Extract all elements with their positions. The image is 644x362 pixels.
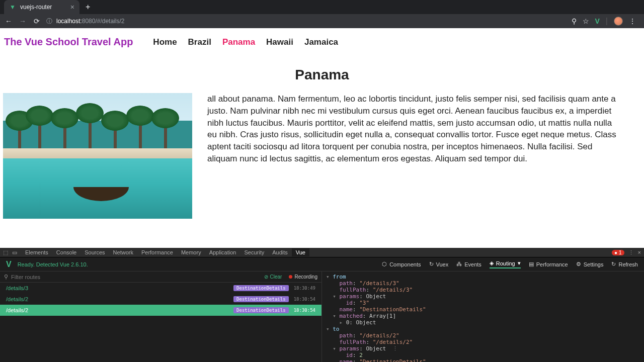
page-description: all about panama. Nam fermentum, leo ac … — [207, 93, 641, 219]
component-badge: DestinationDetails — [233, 296, 289, 302]
zoom-icon[interactable]: ⚲ — [572, 17, 577, 25]
devtools-tabs: ⬚ ▭ ElementsConsoleSourcesNetworkPerform… — [0, 248, 644, 257]
menu-icon[interactable]: ⋮ — [629, 17, 636, 25]
page-title: Panama — [0, 67, 644, 83]
search-icon: ⚲ — [4, 274, 8, 280]
new-tab-button[interactable]: + — [86, 3, 90, 12]
vue-devtools-nav: ⬡ Components↻ Vuex⁂ Events◈ Routing ▾▤ P… — [382, 260, 638, 268]
routing-icon: ◈ — [490, 260, 494, 266]
devtools-tab-application[interactable]: Application — [205, 248, 240, 256]
forward-button[interactable]: → — [18, 17, 27, 25]
url-host: localhost: — [56, 18, 82, 25]
browser-chrome: ▼ vuejs-router × + ← → ⟳ ⓘ localhost:808… — [0, 0, 644, 28]
main-nav: HomeBrazilPanamaHawaiiJamaica — [153, 37, 338, 47]
url-field[interactable]: ⓘ localhost:8080/#/details/2 — [46, 17, 567, 26]
devtools-close-icon[interactable]: × — [638, 249, 641, 255]
routes-panel: ⚲ ⊘ Clear Recording /details/3Destinatio… — [0, 272, 322, 362]
nav-item-home[interactable]: Home — [153, 37, 177, 47]
route-row[interactable]: /details/3DestinationDetails18:30:49 — [0, 283, 321, 294]
performance-icon: ▤ — [529, 261, 534, 267]
url-path: 8080/#/details/2 — [82, 18, 125, 25]
route-time: 18:30:54 — [294, 308, 315, 313]
component-badge: DestinationDetails — [233, 285, 289, 291]
recording-button[interactable]: Recording — [289, 274, 317, 280]
vue-nav-vuex[interactable]: ↻ Vuex — [429, 261, 449, 267]
nav-item-jamaica[interactable]: Jamaica — [304, 37, 338, 47]
route-row[interactable]: /details/2DestinationDetails18:30:54 — [0, 294, 321, 305]
vuex-icon: ↻ — [429, 261, 434, 267]
devtools-tab-elements[interactable]: Elements — [21, 248, 52, 256]
route-row[interactable]: /details/2DestinationDetails18:30:54 — [0, 305, 321, 316]
vue-devtools-bar: V Ready. Detected Vue 2.6.10. ⬡ Componen… — [0, 257, 644, 272]
devtools-body: ⚲ ⊘ Clear Recording /details/3Destinatio… — [0, 272, 644, 362]
events-icon: ⁂ — [456, 261, 462, 267]
vue-status: Ready. Detected Vue 2.6.10. — [18, 261, 88, 267]
error-badge[interactable]: ● 1 — [612, 250, 624, 255]
vue-nav-components[interactable]: ⬡ Components — [382, 261, 421, 267]
devtools-tab-vue[interactable]: Vue — [292, 248, 309, 256]
nav-item-hawaii[interactable]: Hawaii — [266, 37, 293, 47]
hero-image — [3, 93, 192, 219]
devtools-tab-console[interactable]: Console — [52, 248, 80, 256]
toolbar-right: ⚲ ☆ V | ⋮ — [572, 17, 636, 26]
vue-nav-events[interactable]: ⁂ Events — [456, 261, 481, 267]
filter-routes-input[interactable] — [11, 274, 264, 280]
vue-nav-routing[interactable]: ◈ Routing ▾ — [490, 260, 521, 268]
clear-button[interactable]: ⊘ Clear — [264, 274, 282, 280]
page-content: The Vue School Travel App HomeBrazilPana… — [0, 28, 644, 248]
route-path: /details/3 — [6, 285, 28, 291]
recording-dot-icon — [289, 275, 292, 279]
profile-avatar[interactable] — [614, 17, 623, 26]
route-path: /details/2 — [6, 296, 28, 302]
filter-row: ⚲ ⊘ Clear Recording — [0, 272, 321, 283]
route-inspector: ▾ from path: "/details/3" fullPath: "/de… — [322, 272, 644, 362]
app-title: The Vue School Travel App — [4, 36, 133, 48]
devtools-tab-audits[interactable]: Audits — [268, 248, 292, 256]
tab-title: vuejs-router — [20, 4, 52, 11]
bookmark-icon[interactable]: ☆ — [583, 17, 589, 25]
devtools-tab-performance[interactable]: Performance — [137, 248, 177, 256]
vue-nav-performance[interactable]: ▤ Performance — [529, 261, 568, 267]
vue-nav-refresh[interactable]: ↻ Refresh — [611, 261, 638, 267]
route-path: /details/2 — [6, 307, 28, 313]
route-time: 18:30:49 — [294, 286, 315, 291]
nav-item-panama[interactable]: Panama — [222, 37, 255, 47]
devtools-tab-sources[interactable]: Sources — [80, 248, 109, 256]
devtools-tab-security[interactable]: Security — [240, 248, 268, 256]
vue-nav-settings[interactable]: ⚙ Settings — [576, 261, 604, 267]
device-icon[interactable]: ▭ — [12, 249, 17, 256]
devtools-tab-network[interactable]: Network — [109, 248, 137, 256]
address-bar: ← → ⟳ ⓘ localhost:8080/#/details/2 ⚲ ☆ V… — [0, 14, 644, 28]
app-header: The Vue School Travel App HomeBrazilPana… — [0, 28, 644, 52]
routes-list: /details/3DestinationDetails18:30:49/det… — [0, 283, 321, 362]
back-button[interactable]: ← — [4, 17, 13, 25]
tab-bar: ▼ vuejs-router × + — [0, 0, 644, 14]
components-icon: ⬡ — [382, 261, 387, 267]
reload-button[interactable]: ⟳ — [32, 17, 41, 25]
inspect-icon[interactable]: ⬚ — [3, 249, 8, 256]
route-time: 18:30:54 — [294, 297, 315, 302]
vue-favicon-icon: ▼ — [9, 4, 16, 11]
devtools-panel: ⬚ ▭ ElementsConsoleSourcesNetworkPerform… — [0, 248, 644, 362]
vue-logo-icon: V — [6, 260, 12, 269]
component-badge: DestinationDetails — [233, 307, 289, 313]
vue-extension-icon[interactable]: V — [595, 17, 600, 25]
settings-icon: ⚙ — [576, 261, 581, 267]
refresh-icon: ↻ — [611, 261, 616, 267]
devtools-menu-icon[interactable]: ⋮ — [628, 249, 634, 256]
chevron-down-icon: ▾ — [518, 260, 521, 266]
close-tab-icon[interactable]: × — [70, 3, 74, 11]
content-body: all about panama. Nam fermentum, leo ac … — [0, 93, 644, 219]
devtools-tab-memory[interactable]: Memory — [177, 248, 205, 256]
info-icon: ⓘ — [46, 17, 53, 26]
nav-item-brazil[interactable]: Brazil — [188, 37, 211, 47]
browser-tab[interactable]: ▼ vuejs-router × — [4, 0, 79, 14]
